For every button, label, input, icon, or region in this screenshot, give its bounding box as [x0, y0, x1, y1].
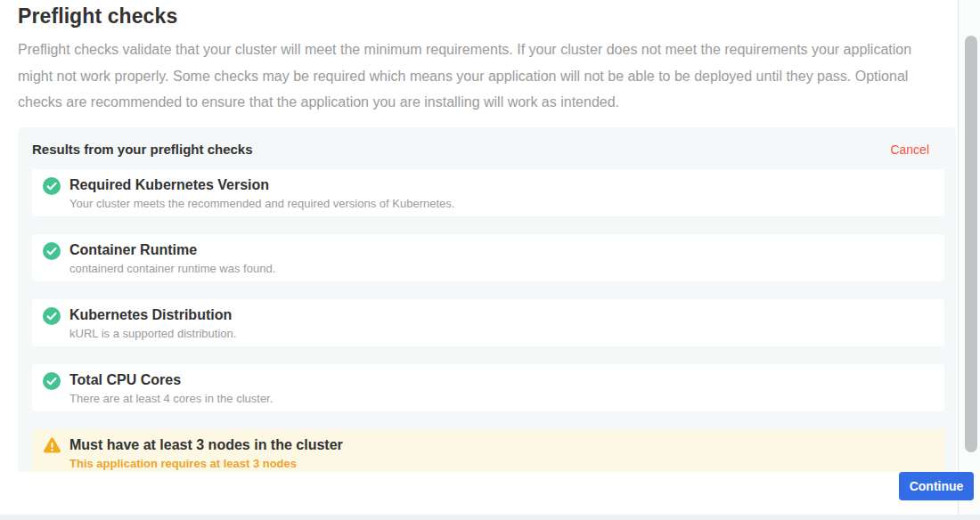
check-circle-icon [43, 372, 61, 390]
check-card: Must have at least 3 nodes in the cluste… [32, 429, 944, 472]
preflight-results-panel: Results from your preflight checks Cance… [18, 127, 956, 472]
check-message: kURL is a supported distribution. [69, 327, 236, 340]
warning-triangle-icon [43, 437, 61, 454]
check-title: Total CPU Cores [69, 371, 273, 388]
check-circle-icon [43, 242, 62, 281]
continue-button[interactable]: Continue [899, 472, 974, 500]
check-circle-icon [43, 177, 61, 195]
check-title: Required Kubernetes Version [69, 176, 454, 193]
check-title: Must have at least 3 nodes in the cluste… [69, 436, 343, 453]
panel-header: Results from your preflight checks Cance… [18, 127, 956, 169]
scrollbar-thumb[interactable] [965, 36, 977, 452]
check-card: Container Runtime containerd container r… [32, 234, 944, 281]
page-description: Preflight checks validate that your clus… [18, 37, 946, 116]
check-circle-icon [43, 307, 62, 346]
check-circle-icon [43, 177, 62, 216]
check-card: Required Kubernetes Version Your cluster… [32, 169, 944, 216]
warning-triangle-icon [43, 437, 62, 472]
check-message: containerd container runtime was found. [69, 262, 275, 275]
scrollbar-track[interactable] [958, 0, 980, 515]
check-title: Kubernetes Distribution [69, 306, 236, 323]
check-title: Container Runtime [69, 241, 275, 258]
check-list: Required Kubernetes Version Your cluster… [18, 169, 956, 472]
check-message: This application requires at least 3 nod… [69, 457, 343, 470]
check-message: Your cluster meets the recommended and r… [69, 197, 454, 210]
check-circle-icon [43, 372, 62, 411]
check-message: There are at least 4 cores in the cluste… [69, 392, 273, 405]
preflight-checks-page: Preflight checks Preflight checks valida… [0, 0, 980, 520]
page-title: Preflight checks [18, 4, 177, 28]
check-circle-icon [43, 242, 61, 260]
bottom-edge-strip [0, 515, 980, 520]
footer-bar [0, 472, 957, 515]
cancel-link[interactable]: Cancel [890, 142, 929, 157]
check-card: Kubernetes Distribution kURL is a suppor… [32, 299, 944, 346]
check-circle-icon [43, 307, 61, 325]
panel-heading: Results from your preflight checks [32, 142, 253, 157]
check-card: Total CPU Cores There are at least 4 cor… [32, 364, 944, 411]
